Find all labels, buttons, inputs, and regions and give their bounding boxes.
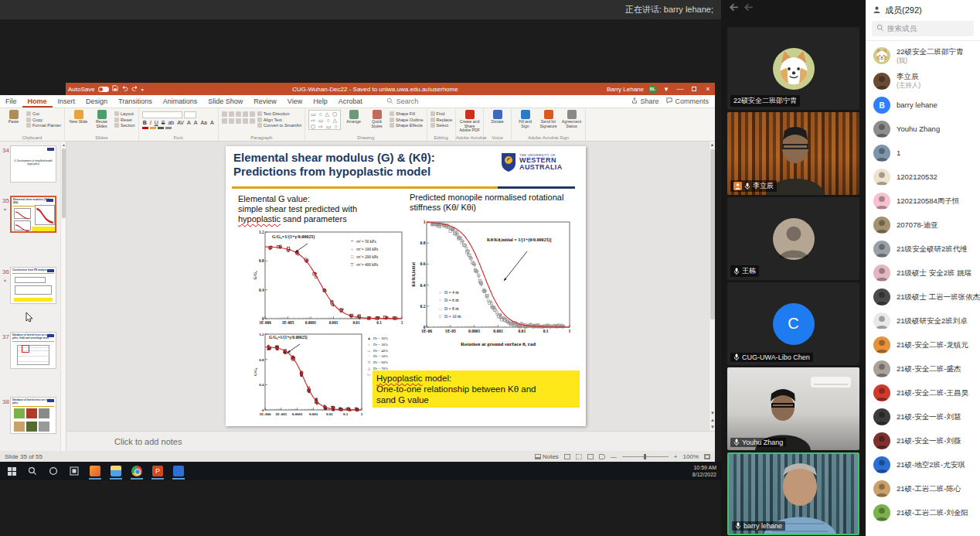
paragraph-format-icon[interactable] [243, 118, 248, 124]
paragraph-format-icon[interactable] [236, 118, 241, 124]
participant-row[interactable]: Youhu Zhang [866, 118, 980, 142]
taskbar-search-icon[interactable] [24, 463, 41, 480]
paragraph-format-icon[interactable] [222, 111, 227, 117]
ribbon-button-reset[interactable]: Reset [114, 118, 135, 122]
ribbon-display-options-icon[interactable]: ▾ [662, 84, 671, 94]
slideshow-button[interactable] [599, 454, 605, 459]
font-style-button-8[interactable]: Aa [199, 120, 208, 125]
paragraph-format-icon[interactable] [222, 118, 227, 124]
account-avatar[interactable]: BL [648, 85, 657, 94]
nav-forward-icon[interactable] [744, 2, 755, 16]
highlight-callout[interactable]: Hypoplastic model: One-to-one relationsh… [373, 370, 580, 408]
participant-row[interactable]: 21硕-安全二班-盛杰 [866, 357, 980, 381]
notes-toggle[interactable]: Notes [535, 453, 559, 460]
account-name[interactable]: Barry Lehane [607, 86, 644, 93]
tab-review[interactable]: Review [248, 95, 282, 108]
paragraph-format-icon[interactable] [229, 111, 234, 117]
slide-thumbnail-36[interactable]: Conclusions from FE analyses [10, 267, 56, 304]
font-color-swatch[interactable] [158, 127, 164, 129]
taskbar-app-orange[interactable] [87, 463, 104, 480]
participant-row[interactable]: 1202120584周子恒 [866, 189, 980, 213]
task-view-icon[interactable] [66, 463, 83, 480]
slide-sorter-button[interactable] [576, 454, 582, 459]
font-name-box[interactable] [142, 111, 182, 118]
ribbon-button-arrange[interactable]: Arrange [343, 110, 364, 125]
ribbon-button-copy[interactable]: Copy [26, 118, 61, 122]
ribbon-button-reuse-slides[interactable]: Reuse Slides [91, 110, 112, 128]
video-tile-5[interactable]: Youhu Zhang [727, 367, 859, 450]
uwa-logo[interactable]: THE UNIVERSITY OF WESTERN AUSTRALIA [500, 152, 580, 172]
ribbon-button-quick-styles[interactable]: Quick Styles [366, 110, 387, 128]
slide-thumbnail-37[interactable]: Database of lateral tests on rigid piles… [10, 332, 56, 369]
participant-row[interactable]: 207078-迪亚 [866, 213, 980, 237]
tab-slide-show[interactable]: Slide Show [202, 95, 248, 108]
left-caption[interactable]: Elemental G value: simple shear test pre… [238, 194, 357, 224]
font-style-button-9[interactable]: A [209, 120, 215, 125]
paragraph-format-icon[interactable] [250, 111, 255, 117]
participant-row[interactable]: 21硕-安全一班-刘慧 [866, 405, 980, 429]
slide-title[interactable]: Elemental shear modulus (G) & (Kθ): Pred… [233, 151, 435, 179]
font-color-swatch[interactable] [150, 127, 156, 129]
video-tile-6[interactable]: barry lehane [727, 452, 859, 535]
right-caption[interactable]: Predicted monopile normalised rotational… [410, 193, 568, 213]
undo-icon[interactable] [121, 85, 128, 93]
search-box[interactable]: Search [386, 97, 419, 106]
participant-row[interactable]: Bbarry lehane [866, 94, 980, 118]
font-style-button-3[interactable]: S [161, 120, 166, 125]
ribbon-button-send-for-signature[interactable]: Send for Signature [538, 110, 559, 128]
font-style-button-6[interactable]: A [186, 120, 192, 125]
tab-help[interactable]: Help [308, 95, 333, 108]
ribbon-button-layout[interactable]: Layout [114, 111, 135, 116]
ribbon-button-convert-to-smartart[interactable]: Convert to SmartArt [257, 123, 301, 128]
taskbar-photos-blue[interactable] [170, 463, 187, 480]
zoom-in-button[interactable]: + [674, 453, 678, 460]
ribbon-button-fill-and-sign[interactable]: Fill and Sign [515, 110, 536, 128]
comments-button[interactable]: Comments [666, 97, 709, 105]
ribbon-button-create-and-share-adobe-pdf[interactable]: Create and Share Adobe PDF [459, 110, 480, 133]
font-color-swatch[interactable] [142, 127, 148, 129]
fit-to-window-button[interactable] [704, 454, 710, 459]
tab-transitions[interactable]: Transitions [113, 95, 158, 108]
participant-row[interactable]: 21硕-安全二班-龙镇元 [866, 333, 980, 357]
font-style-button-0[interactable]: B [142, 120, 148, 125]
slide-thumbnail-34[interactable]: 4. Development of simplified model (rigi… [10, 145, 56, 183]
taskbar-file-explorer[interactable] [107, 463, 124, 480]
save-icon[interactable] [112, 85, 118, 93]
participant-row[interactable]: 21级硕士 安全2班 姚瑞 [866, 261, 980, 285]
zoom-level[interactable]: 100% [683, 453, 699, 460]
cortana-icon[interactable] [45, 463, 62, 480]
ribbon-button-align-text[interactable]: Align Text [257, 118, 301, 122]
participant-row[interactable]: 21级安全硕研2班代维 [866, 237, 980, 261]
font-color-swatch[interactable] [165, 127, 172, 129]
video-tile-4[interactable]: CCUG-UWA-Libo Chen [727, 282, 859, 365]
paragraph-format-icon[interactable] [243, 111, 248, 117]
paragraph-format-icon[interactable] [229, 118, 234, 124]
slide-scrollbar[interactable]: ▲ ▼▲▼ [709, 142, 715, 431]
tab-acrobat[interactable]: Acrobat [333, 95, 368, 108]
ribbon-button-find[interactable]: Find [430, 111, 453, 116]
member-search-input[interactable]: 搜索成员 [872, 21, 974, 36]
participant-row[interactable]: 21级硕士 工岩一班张依杰 [866, 285, 980, 309]
ribbon-button-shape-fill[interactable]: Shape Fill [390, 111, 423, 116]
ribbon-button-replace[interactable]: Replace [430, 118, 453, 122]
tab-home[interactable]: Home [22, 95, 53, 108]
taskbar-chrome[interactable] [128, 463, 145, 480]
font-size-box[interactable] [184, 111, 196, 118]
participant-row[interactable]: 1 [866, 142, 980, 166]
taskbar-powerpoint[interactable]: P [149, 463, 166, 480]
font-style-button-4[interactable]: ab [167, 120, 175, 125]
video-tile-1[interactable]: 22硕安全二班邵宁胄 [727, 27, 859, 110]
zoom-slider[interactable] [622, 456, 669, 457]
start-button[interactable] [3, 463, 20, 480]
paragraph-format-icon[interactable] [250, 118, 255, 124]
participant-row[interactable]: 21硕-安全二班-王昌昊 [866, 381, 980, 405]
share-button[interactable]: Share [631, 97, 658, 105]
video-tile-2[interactable]: 李立辰 [727, 112, 859, 195]
ribbon-button-text-direction[interactable]: Text Direction [257, 111, 301, 116]
normal-view-button[interactable] [564, 454, 570, 459]
reading-view-button[interactable] [587, 454, 594, 459]
minimize-button[interactable]: — [675, 84, 685, 94]
font-style-button-5[interactable]: AV [176, 120, 185, 125]
zoom-out-button[interactable]: — [611, 453, 617, 460]
tab-file[interactable]: File [0, 95, 22, 108]
